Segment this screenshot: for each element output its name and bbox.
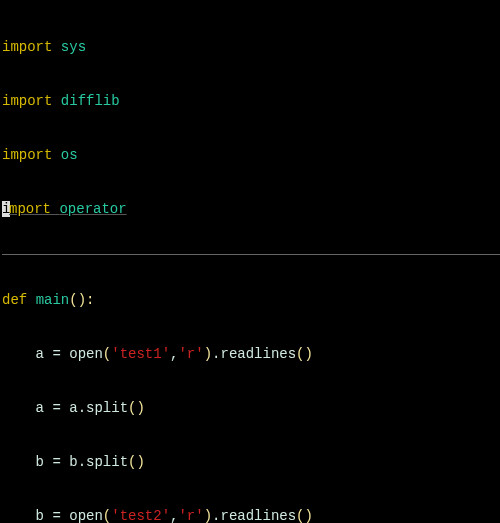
module-name: difflib <box>61 93 120 109</box>
keyword-import: import <box>2 93 52 109</box>
code-line: b = open('test2','r').readlines() <box>2 507 500 523</box>
module-name: sys <box>61 39 86 55</box>
punct: (): <box>69 292 94 308</box>
string-literal: 'test2' <box>111 508 170 523</box>
code-line: import sys <box>2 38 500 56</box>
string-literal: 'test1' <box>111 346 170 362</box>
code-line: import difflib <box>2 92 500 110</box>
divider <box>2 254 500 255</box>
string-literal: 'r' <box>178 508 203 523</box>
module-name: os <box>61 147 78 163</box>
module-name: operator <box>59 201 126 217</box>
string-literal: 'r' <box>178 346 203 362</box>
code-editor[interactable]: import sys import difflib import os impo… <box>0 0 500 523</box>
function-name: main <box>36 292 70 308</box>
code-line: b = b.split() <box>2 453 500 471</box>
code-line: a = a.split() <box>2 399 500 417</box>
code-line-cursor: import operator <box>2 200 500 218</box>
code-line: import os <box>2 146 500 164</box>
keyword-import-tail: mport <box>9 201 51 217</box>
code-line: def main(): <box>2 291 500 309</box>
keyword-import: import <box>2 39 52 55</box>
keyword-def: def <box>2 292 27 308</box>
code-line: a = open('test1','r').readlines() <box>2 345 500 363</box>
keyword-import: import <box>2 147 52 163</box>
